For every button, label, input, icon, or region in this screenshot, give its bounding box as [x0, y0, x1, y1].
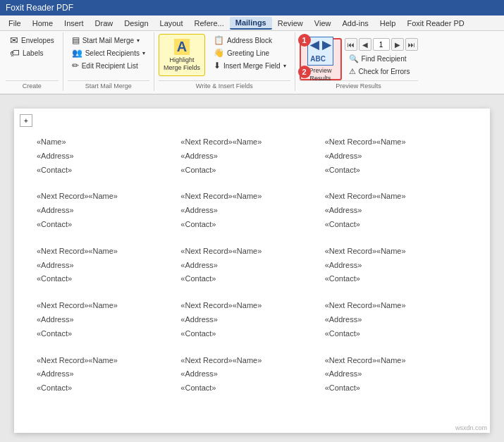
menu-file[interactable]: File	[3, 18, 27, 29]
field-address-3-2: «Address»	[325, 204, 460, 218]
menu-insert[interactable]: Insert	[59, 18, 90, 29]
labels-label: Labels	[23, 49, 43, 57]
field-address-1-5: «Address»	[37, 367, 165, 381]
field-address-2-5: «Address»	[180, 367, 309, 381]
field-contact-3-4: «Contact»	[325, 327, 460, 341]
field-nextname-3-4: «Next Record»«Name»	[325, 299, 460, 313]
preview-results-content: ◀ ▶ABC PreviewResults ⏮ ◀ ▶ ⏭ 🔍 Find Rec…	[300, 34, 418, 80]
ribbon-group-create: ✉ Envelopes 🏷 Labels Create	[3, 32, 63, 91]
menu-draw[interactable]: Draw	[90, 18, 119, 29]
nav-row: ⏮ ◀ ▶ ⏭	[345, 38, 418, 51]
greeting-line-label: Greeting Line	[227, 49, 269, 57]
check-for-errors-button[interactable]: ⚠ Check for Errors	[345, 65, 418, 78]
field-address-3-1: «Address»	[325, 149, 460, 164]
badge-2-label: 2	[302, 68, 307, 76]
start-mail-merge-label: Start Mail Merge	[82, 37, 134, 44]
address-block-label: Address Block	[227, 37, 272, 44]
badge-2-circle: 2	[298, 66, 311, 78]
field-address-1-3: «Address»	[37, 259, 165, 273]
field-contact-2-5: «Contact»	[180, 381, 309, 395]
write-insert-column: 📋 Address Block 👋 Greeting Line ⬇ Insert…	[209, 34, 290, 72]
field-contact-3-2: «Contact»	[325, 218, 460, 232]
menu-references[interactable]: Refere...	[189, 18, 230, 29]
ribbon-group-write-insert: A HighlightMerge Fields 📋 Address Block …	[156, 32, 295, 91]
field-nextname-3-3: «Next Record»«Name»	[325, 245, 460, 259]
edit-recipient-list-button[interactable]: ✏ Edit Recipient List	[68, 59, 149, 72]
select-recipients-arrow: ▾	[142, 50, 145, 56]
block-2-1: «Next Record»«Name» «Address» «Contact»	[180, 135, 309, 177]
envelopes-icon: ✉	[10, 35, 18, 46]
document-page: + «Name» «Address» «Contact» «Next Recor…	[14, 109, 490, 433]
preview-results-group-label: Preview Results	[300, 80, 418, 90]
select-recipients-icon: 👥	[72, 48, 82, 58]
nav-prev-button[interactable]: ◀	[359, 38, 371, 51]
field-contact-1: «Contact»	[37, 164, 165, 178]
insert-merge-field-icon: ⬇	[214, 61, 221, 70]
block-2-2: «Next Record»«Name» «Address» «Contact»	[180, 190, 309, 231]
expand-button[interactable]: +	[20, 114, 32, 127]
watermark-text: wsxdn.com	[455, 424, 487, 431]
start-mail-merge-button[interactable]: ▤ Start Mail Merge ▾	[68, 34, 149, 47]
field-contact-3-5: «Contact»	[325, 381, 460, 395]
block-1-5: «Next Record»«Name» «Address» «Contact»	[37, 354, 165, 395]
start-mail-merge-group-label: Start Mail Merge	[68, 80, 149, 90]
labels-icon: 🏷	[10, 47, 20, 59]
menu-mailings[interactable]: Mailings	[230, 17, 272, 30]
ribbon: ✉ Envelopes 🏷 Labels Create ▤ Start Mail…	[0, 31, 504, 94]
field-address-1-4: «Address»	[37, 313, 165, 327]
edit-recipient-list-label: Edit Recipient List	[82, 62, 138, 70]
start-mail-merge-column: ▤ Start Mail Merge ▾ 👥 Select Recipients…	[68, 34, 149, 72]
menu-design[interactable]: Design	[118, 18, 154, 29]
nav-page-input[interactable]	[373, 38, 390, 51]
field-nextname-2-2: «Next Record»«Name»	[180, 190, 309, 204]
edit-recipient-list-icon: ✏	[72, 61, 79, 70]
field-address-2-4: «Address»	[180, 313, 309, 327]
nav-last-button[interactable]: ⏭	[405, 38, 418, 51]
field-nextname-2-1: «Next Record»«Name»	[180, 135, 309, 149]
find-recipient-button[interactable]: 🔍 Find Recipient	[345, 52, 418, 65]
nav-next-button[interactable]: ▶	[391, 38, 404, 51]
block-1-4: «Next Record»«Name» «Address» «Contact»	[37, 299, 165, 340]
menu-review[interactable]: Review	[272, 18, 309, 29]
merge-table: «Name» «Address» «Contact» «Next Record»…	[35, 134, 469, 410]
address-block-button[interactable]: 📋 Address Block	[209, 34, 290, 47]
field-contact-1-5: «Contact»	[37, 381, 165, 395]
create-column: ✉ Envelopes 🏷 Labels	[6, 34, 59, 59]
block-1-2: «Next Record»«Name» «Address» «Contact»	[37, 190, 165, 231]
highlight-merge-fields-btn[interactable]: A HighlightMerge Fields	[159, 34, 205, 76]
menu-help[interactable]: Help	[374, 18, 402, 29]
block-2-4: «Next Record»«Name» «Address» «Contact»	[180, 299, 309, 340]
nav-first-button[interactable]: ⏮	[345, 38, 357, 51]
menu-addins[interactable]: Add-ins	[336, 18, 374, 29]
field-address-2-2: «Address»	[180, 204, 309, 218]
menu-view[interactable]: View	[309, 18, 337, 29]
highlight-icon: A	[174, 39, 190, 55]
field-address-1-2: «Address»	[37, 204, 165, 218]
field-address-3-5: «Address»	[325, 367, 460, 381]
start-mail-merge-content: ▤ Start Mail Merge ▾ 👥 Select Recipients…	[68, 34, 149, 80]
menu-layout[interactable]: Layout	[154, 18, 189, 29]
field-nextname-2-5: «Next Record»«Name»	[180, 354, 309, 368]
title-bar: Foxit Reader PDF	[0, 0, 504, 16]
app-title: Foxit Reader PDF	[6, 3, 73, 13]
insert-merge-field-button[interactable]: ⬇ Insert Merge Field ▾	[209, 59, 290, 72]
select-recipients-button[interactable]: 👥 Select Recipients ▾	[68, 47, 149, 59]
menu-home[interactable]: Home	[27, 18, 59, 29]
create-group-label: Create	[6, 80, 59, 90]
select-recipients-label: Select Recipients	[85, 49, 140, 57]
badge-1-label: 1	[302, 36, 307, 44]
field-contact-2-1: «Contact»	[180, 164, 309, 178]
badge-1-circle: 1	[298, 34, 311, 47]
block-1-3: «Next Record»«Name» «Address» «Contact»	[37, 245, 165, 286]
greeting-line-button[interactable]: 👋 Greeting Line	[209, 47, 290, 59]
write-insert-group-label: Write & Insert Fields	[159, 80, 290, 90]
labels-button[interactable]: 🏷 Labels	[6, 47, 59, 59]
block-3-5: «Next Record»«Name» «Address» «Contact»	[325, 354, 460, 395]
field-contact-2-3: «Contact»	[180, 272, 309, 286]
field-contact-2-4: «Contact»	[180, 327, 309, 341]
envelopes-button[interactable]: ✉ Envelopes	[6, 34, 59, 47]
find-recipient-label: Find Recipient	[362, 55, 407, 63]
field-contact-1-2: «Contact»	[37, 218, 165, 232]
block-3-3: «Next Record»«Name» «Address» «Contact»	[325, 245, 460, 286]
menu-foxit[interactable]: Foxit Reader PD	[401, 18, 469, 29]
